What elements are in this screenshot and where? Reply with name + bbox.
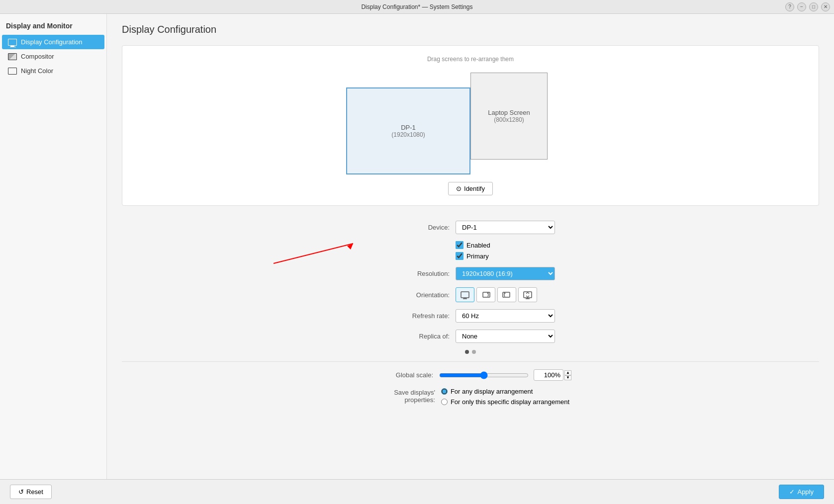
- orientation-normal-icon: [460, 290, 470, 300]
- content-area: Display Configuration Drag screens to re…: [107, 14, 834, 479]
- titlebar: Display Configuration* — System Settings…: [0, 0, 834, 14]
- sidebar-item-display-configuration[interactable]: Display Configuration: [2, 35, 104, 49]
- monitor-icon: [8, 39, 17, 46]
- reset-label: Reset: [26, 488, 43, 496]
- global-scale-label: Global scale:: [370, 371, 439, 379]
- orientation-ccw90-button[interactable]: [497, 287, 516, 302]
- orientation-ccw90-icon: [502, 290, 512, 300]
- dot-2[interactable]: [472, 350, 476, 354]
- device-select[interactable]: DP-1 Laptop Screen: [456, 221, 555, 234]
- titlebar-controls: ? − □ ✕: [785, 2, 830, 11]
- compositor-icon: [8, 53, 17, 60]
- laptop-resolution: (800x1280): [494, 116, 524, 123]
- svg-rect-5: [503, 292, 510, 297]
- orientation-180-button[interactable]: [518, 287, 537, 302]
- resolution-control: 1920x1080 (16:9) 1280x720 (16:9) 1024x76…: [456, 267, 555, 280]
- night-color-icon: [8, 68, 17, 75]
- bottom-bar: ↺ Reset ✓ Apply: [0, 479, 834, 504]
- device-row: Device: DP-1 Laptop Screen: [122, 221, 819, 234]
- enabled-label: Enabled: [466, 242, 490, 249]
- orientation-buttons: [456, 287, 555, 302]
- resolution-label: Resolution:: [386, 270, 456, 277]
- apply-label: Apply: [797, 488, 814, 496]
- sidebar-header: Display and Monitor: [0, 18, 106, 35]
- device-control: DP-1 Laptop Screen: [456, 221, 555, 234]
- replica-of-control: None Laptop Screen: [456, 330, 555, 343]
- identify-button[interactable]: ⊙ Identify: [448, 182, 493, 195]
- orientation-cw90-icon: [481, 290, 491, 300]
- save-displays-row: Save displays' properties: For any displ…: [122, 388, 819, 406]
- close-button[interactable]: ✕: [821, 2, 830, 11]
- resolution-select[interactable]: 1920x1080 (16:9) 1280x720 (16:9) 1024x76…: [456, 267, 555, 280]
- maximize-button[interactable]: □: [809, 2, 818, 11]
- identify-label: Identify: [464, 185, 485, 192]
- sidebar-item-night-color[interactable]: Night Color: [2, 64, 104, 78]
- sidebar: Display and Monitor Display Configuratio…: [0, 14, 107, 479]
- save-displays-radio-group: For any display arrangement For only thi…: [441, 388, 569, 406]
- sidebar-item-compositor[interactable]: Compositor: [2, 49, 104, 64]
- screens-area: DP-1 (1920x1080) Laptop Screen (800x1280…: [132, 73, 809, 172]
- sidebar-item-label: Compositor: [21, 53, 54, 60]
- save-displays-label: Save displays' properties:: [371, 388, 441, 404]
- laptop-label: Laptop Screen: [488, 109, 530, 116]
- refresh-rate-label: Refresh rate:: [386, 312, 456, 320]
- orientation-normal-button[interactable]: [456, 287, 474, 302]
- resolution-row: Resolution: 1920x1080 (16:9) 1280x720 (1…: [122, 267, 819, 280]
- titlebar-title: Display Configuration* — System Settings: [361, 3, 472, 10]
- reset-icon: ↺: [18, 488, 24, 496]
- apply-button[interactable]: ✓ Apply: [779, 485, 824, 499]
- replica-of-row: Replica of: None Laptop Screen: [122, 330, 819, 343]
- refresh-rate-control: 60 Hz 30 Hz: [456, 309, 555, 323]
- screen-laptop[interactable]: Laptop Screen (800x1280): [470, 73, 548, 160]
- enabled-primary-row: Enabled Primary: [122, 241, 819, 260]
- primary-checkbox[interactable]: [456, 252, 463, 260]
- dp1-resolution: (1920x1080): [391, 131, 425, 138]
- help-button[interactable]: ?: [785, 2, 794, 11]
- enabled-checkbox[interactable]: [456, 241, 463, 249]
- dots-indicator: [122, 350, 819, 354]
- settings-section: Device: DP-1 Laptop Screen Enabled: [122, 216, 819, 415]
- screen-dp1[interactable]: DP-1 (1920x1080): [346, 87, 470, 174]
- drag-hint: Drag screens to re-arrange them: [132, 56, 809, 63]
- apply-icon: ✓: [789, 488, 795, 496]
- primary-checkbox-item[interactable]: Primary: [456, 252, 555, 260]
- svg-rect-0: [461, 292, 469, 298]
- radio-specific-label: For only this specific display arrangeme…: [451, 398, 569, 406]
- radio-any-label: For any display arrangement: [451, 388, 533, 395]
- global-scale-slider[interactable]: [439, 371, 529, 379]
- scale-down-button[interactable]: ▼: [564, 375, 571, 380]
- display-canvas: Drag screens to re-arrange them DP-1 (19…: [122, 45, 819, 206]
- scale-up-button[interactable]: ▲: [564, 370, 571, 375]
- page-title: Display Configuration: [122, 24, 819, 35]
- sidebar-item-label: Display Configuration: [21, 38, 83, 46]
- radio-specific-arrangement[interactable]: For only this specific display arrangeme…: [441, 398, 569, 406]
- orientation-180-icon: [523, 290, 533, 300]
- refresh-rate-row: Refresh rate: 60 Hz 30 Hz: [122, 309, 819, 323]
- sidebar-item-label: Night Color: [21, 67, 53, 75]
- radio-any-arrangement[interactable]: For any display arrangement: [441, 388, 569, 395]
- svg-rect-3: [483, 292, 490, 297]
- separator: [122, 361, 819, 362]
- radio-specific-input[interactable]: [441, 399, 448, 405]
- orientation-row: Orientation:: [122, 287, 819, 302]
- enabled-checkbox-item[interactable]: Enabled: [456, 241, 555, 249]
- orientation-cw90-button[interactable]: [476, 287, 495, 302]
- replica-of-select[interactable]: None Laptop Screen: [456, 330, 555, 343]
- enabled-primary-group: Enabled Primary: [456, 241, 555, 260]
- device-label: Device:: [386, 224, 456, 231]
- scale-input-group: ▲ ▼: [534, 369, 571, 381]
- radio-any-input[interactable]: [441, 388, 448, 395]
- orientation-label: Orientation:: [386, 291, 456, 299]
- reset-button[interactable]: ↺ Reset: [10, 485, 52, 499]
- scale-spinner: ▲ ▼: [564, 370, 571, 380]
- primary-label: Primary: [466, 252, 489, 260]
- scale-input[interactable]: [534, 369, 563, 381]
- minimize-button[interactable]: −: [797, 2, 806, 11]
- dot-1[interactable]: [465, 350, 469, 354]
- identify-icon: ⊙: [456, 185, 462, 192]
- replica-of-label: Replica of:: [386, 333, 456, 340]
- dp1-label: DP-1: [401, 124, 416, 131]
- global-scale-row: Global scale: ▲ ▼: [122, 369, 819, 381]
- refresh-rate-select[interactable]: 60 Hz 30 Hz: [456, 309, 555, 323]
